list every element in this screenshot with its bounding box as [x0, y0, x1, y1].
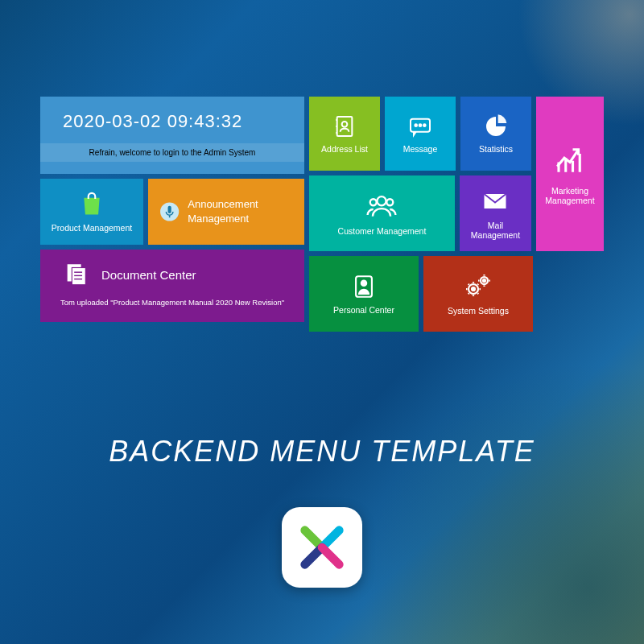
message-tile[interactable]: Message [385, 97, 456, 171]
svg-point-18 [387, 199, 394, 205]
x-logo-icon [296, 522, 348, 573]
marketing-management-tile[interactable]: Marketing Management [536, 97, 604, 251]
customer-management-tile[interactable]: Customer Management [309, 175, 455, 251]
tile-label: Product Management [52, 223, 132, 233]
axure-logo [282, 507, 362, 588]
gears-icon [462, 272, 494, 301]
pie-chart-icon [483, 114, 509, 139]
address-book-icon [332, 114, 357, 139]
page-title: BACKEND MENU TEMPLATE [0, 435, 644, 469]
announcement-tile[interactable]: Announcement Management [148, 179, 304, 245]
document-center-tile[interactable]: Document Center Tom uploaded "Product Ma… [40, 250, 304, 322]
right-column: Address List Message [309, 97, 604, 332]
address-list-tile[interactable]: Address List [309, 97, 380, 171]
tile-label: Message [403, 144, 438, 154]
welcome-message: Refrain, welcome to login to the Admin S… [40, 143, 304, 162]
right-top-row: Address List Message [309, 97, 604, 251]
tile-label: Announcement Management [188, 197, 301, 226]
shopping-bag-icon [78, 191, 105, 218]
tile-label: Customer Management [338, 226, 427, 236]
datetime-tile: 2020-03-02 09:43:32 Refrain, welcome to … [40, 97, 304, 174]
svg-point-25 [361, 280, 368, 287]
svg-point-17 [370, 199, 377, 205]
personal-center-tile[interactable]: Personal Center [309, 256, 419, 332]
message-icon [407, 114, 433, 139]
system-settings-tile[interactable]: System Settings [423, 256, 533, 332]
mail-management-tile[interactable]: Mail Management [460, 175, 531, 251]
tile-label: Marketing Management [539, 186, 601, 205]
envelope-icon [481, 187, 510, 216]
person-icon [350, 273, 378, 300]
growth-chart-icon [553, 142, 587, 176]
tile-label: System Settings [448, 306, 509, 316]
svg-point-15 [423, 124, 426, 126]
left-row: Product Management Announcement Manageme… [40, 179, 304, 245]
svg-point-16 [378, 196, 386, 205]
left-column: 2020-03-02 09:43:32 Refrain, welcome to … [40, 97, 304, 332]
tile-label: Mail Management [463, 221, 528, 240]
background-decoration [362, 362, 644, 644]
tile-label: Document Center [101, 268, 196, 282]
dashboard-grid: 2020-03-02 09:43:32 Refrain, welcome to … [40, 97, 604, 332]
svg-point-8 [342, 122, 348, 127]
doc-header: Document Center [43, 253, 301, 295]
tile-label: Statistics [479, 144, 513, 154]
tile-label: Address List [321, 144, 368, 154]
statistics-tile[interactable]: Statistics [460, 97, 531, 171]
tile-label: Personal Center [333, 305, 394, 315]
product-management-tile[interactable]: Product Management [40, 179, 143, 245]
svg-rect-1 [168, 206, 171, 213]
right-main: Address List Message [309, 97, 531, 251]
documents-icon [63, 261, 90, 288]
users-icon [364, 191, 399, 221]
svg-point-27 [472, 287, 475, 291]
datetime-text: 2020-03-02 09:43:32 [40, 97, 304, 143]
svg-point-29 [483, 279, 485, 282]
document-subtext: Tom uploaded "Product Management Manual … [43, 295, 301, 310]
svg-point-13 [415, 124, 417, 126]
microphone-icon [159, 200, 180, 224]
svg-point-14 [419, 124, 422, 126]
